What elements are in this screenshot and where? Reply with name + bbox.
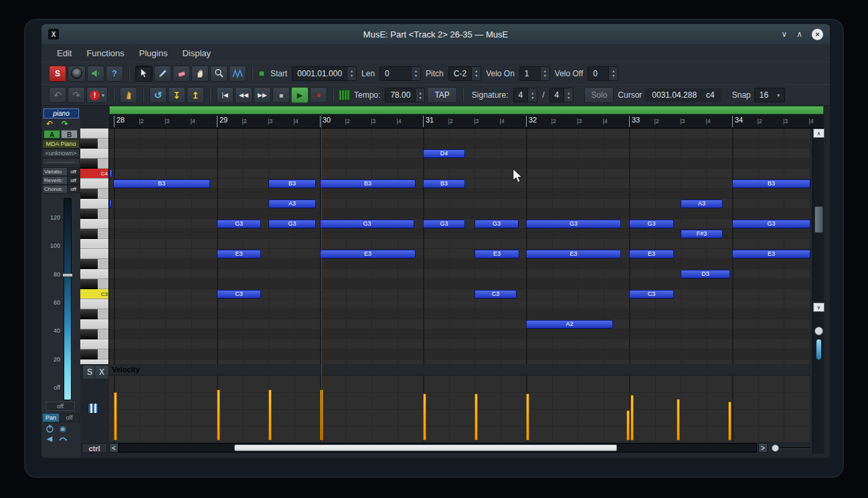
spin-up-icon[interactable]: ▴: [419, 91, 421, 95]
hzoom-slider-track[interactable]: [780, 447, 810, 449]
volume-slider-handle[interactable]: [62, 273, 73, 277]
spinner-arrows[interactable]: ▴▾: [527, 88, 537, 102]
snap-select[interactable]: 16 ▾: [754, 88, 785, 102]
piano-key-G3[interactable]: [80, 219, 109, 229]
part-bar[interactable]: [109, 106, 824, 114]
midi-note[interactable]: B3: [732, 179, 810, 188]
spin-up-icon[interactable]: ▴: [531, 91, 533, 95]
part-tab[interactable]: piano: [44, 108, 79, 118]
titlebar[interactable]: X MusE: Part <Track 2> 26-35 — MusE ∨ ∧ …: [41, 24, 830, 44]
velocity-bar[interactable]: [268, 390, 272, 440]
velocity-grid[interactable]: [109, 375, 810, 442]
velocity-off-spinbox[interactable]: 0 ▴▾: [588, 66, 618, 81]
spin-down-icon[interactable]: ▾: [419, 96, 421, 100]
scroll-down-button[interactable]: ∨: [813, 303, 824, 312]
punch-out-button[interactable]: ↥: [187, 87, 204, 103]
midi-note[interactable]: F#3: [681, 230, 723, 238]
midi-note[interactable]: G3: [423, 220, 465, 228]
piano-keyboard[interactable]: C4C3: [80, 129, 109, 364]
velocity-bar[interactable]: [677, 399, 680, 440]
spin-up-icon[interactable]: ▴: [568, 91, 570, 95]
spin-down-icon[interactable]: ▾: [612, 74, 614, 78]
part-solo-button[interactable]: S: [49, 66, 66, 82]
panic-button[interactable]: ! ▾: [86, 87, 108, 103]
eraser-tool-button[interactable]: [173, 66, 190, 82]
ruler[interactable]: 28|2|3|429|2|3|430|2|3|431|2|3|432|2|3|4…: [109, 114, 824, 129]
piano-key-Cs4[interactable]: [80, 159, 109, 169]
velocity-close-button[interactable]: X: [94, 365, 109, 380]
power-button[interactable]: [44, 424, 55, 433]
shade-button[interactable]: ∨: [781, 30, 787, 38]
spinner-arrows[interactable]: ▴▾: [563, 88, 573, 102]
midi-note[interactable]: B3: [423, 179, 465, 188]
reverb-send-row[interactable]: Reverb: off: [42, 176, 80, 185]
vzoom-slider-fill[interactable]: [816, 339, 822, 360]
speaker-button[interactable]: [87, 66, 104, 82]
piano-key-B3[interactable]: [80, 179, 109, 189]
ctrl-button[interactable]: ctrl: [82, 443, 107, 453]
spinner-arrows[interactable]: ▴▾: [347, 67, 356, 80]
skip-start-button[interactable]: |◀: [216, 87, 234, 103]
piano-key-D4[interactable]: [80, 149, 109, 159]
close-button[interactable]: ×: [812, 29, 823, 40]
listen-button[interactable]: ◀: [44, 434, 55, 443]
note-canvas[interactable]: D4B3B3B3B3B3A3A3G3G3G3G3G3G3G3G3F#3E3E3E…: [109, 129, 810, 364]
spin-down-icon[interactable]: ▾: [475, 74, 477, 78]
play-button[interactable]: ▶: [291, 87, 309, 103]
spin-up-icon[interactable]: ▴: [544, 69, 546, 73]
piano-key-A3[interactable]: [80, 199, 109, 209]
midi-note[interactable]: E3: [320, 250, 416, 258]
redo-button[interactable]: ↷: [68, 87, 85, 103]
spin-down-icon[interactable]: ▾: [531, 96, 533, 100]
midi-note[interactable]: C3: [474, 290, 517, 299]
undo-button[interactable]: ↶: [49, 87, 66, 103]
monitor-button[interactable]: ◉: [58, 424, 68, 433]
midi-note[interactable]: G3: [268, 220, 316, 228]
midi-note[interactable]: [109, 199, 112, 208]
signature-numerator-spinbox[interactable]: 4 ▴▾: [513, 88, 538, 102]
spin-up-icon[interactable]: ▴: [351, 69, 353, 73]
instrument-label[interactable]: MDA Piano: [42, 139, 80, 149]
piano-key-Fs3[interactable]: [80, 229, 109, 239]
pitch-spinbox[interactable]: C-2 ▴▾: [448, 66, 481, 81]
midi-note[interactable]: B3: [320, 179, 416, 188]
hscroll-track[interactable]: [118, 443, 757, 452]
midi-note[interactable]: D4: [423, 149, 465, 158]
midi-note[interactable]: E3: [526, 250, 621, 258]
hzoom-slider-knob[interactable]: [772, 444, 779, 452]
pan-row[interactable]: Pan off: [42, 413, 80, 422]
velocity-bar[interactable]: [630, 395, 634, 440]
velocity-bar[interactable]: [114, 392, 117, 440]
midi-note[interactable]: G3: [474, 220, 519, 228]
piano-key-Cs3[interactable]: [80, 279, 109, 289]
volume-slider-track[interactable]: [64, 198, 72, 400]
velocity-bar[interactable]: [728, 402, 731, 440]
piano-key-Gs3[interactable]: [80, 209, 109, 219]
spin-up-icon[interactable]: ▴: [415, 69, 417, 73]
spin-down-icon[interactable]: ▾: [568, 96, 570, 100]
menu-item-functions[interactable]: Functions: [79, 46, 131, 60]
scroll-right-button[interactable]: >: [758, 443, 768, 452]
midi-note[interactable]: G3: [217, 220, 261, 228]
midi-note[interactable]: E3: [732, 250, 810, 258]
loop-button[interactable]: ↺: [149, 87, 167, 103]
velocity-bar[interactable]: [626, 410, 630, 440]
midi-note[interactable]: E3: [629, 250, 674, 258]
velocity-bar[interactable]: [217, 390, 220, 440]
spinner-arrows[interactable]: ▴▾: [540, 67, 549, 80]
piano-key-C3[interactable]: C3: [80, 289, 109, 299]
volume-value-box[interactable]: off: [46, 402, 75, 411]
hscroll-thumb[interactable]: [234, 444, 617, 451]
vscroll-thumb[interactable]: [814, 206, 823, 233]
velocity-on-spinbox[interactable]: 1 ▴▾: [519, 66, 550, 81]
midi-note[interactable]: A3: [268, 199, 316, 208]
length-spinbox[interactable]: 0 ▴▾: [379, 66, 421, 81]
midi-note[interactable]: C3: [217, 290, 261, 299]
spin-up-icon[interactable]: ▴: [612, 69, 614, 73]
piano-key-F3[interactable]: [80, 239, 109, 249]
midi-note[interactable]: G3: [629, 220, 674, 228]
midi-note[interactable]: A3: [681, 199, 723, 208]
piano-key-E3[interactable]: [80, 249, 109, 259]
pencil-tool-button[interactable]: [154, 66, 171, 82]
signature-denominator-spinbox[interactable]: 4 ▴▾: [549, 88, 574, 102]
